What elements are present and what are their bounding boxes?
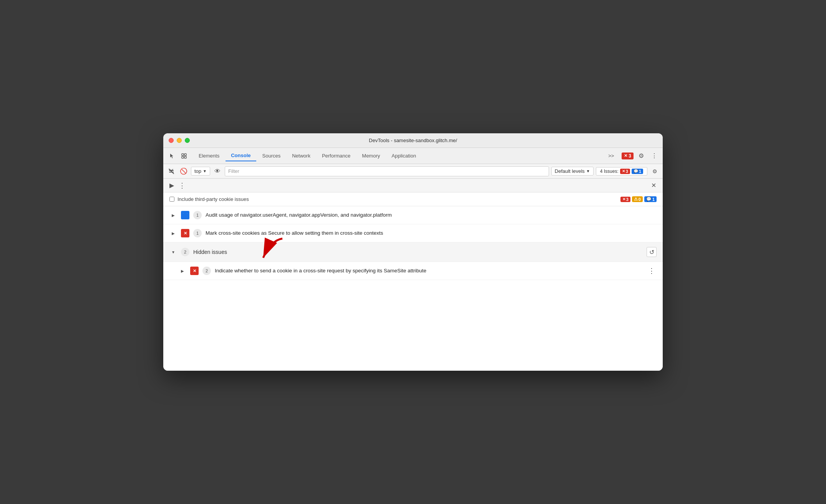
header-x-icon: ✕ [622,197,625,201]
svg-rect-7 [169,172,174,172]
error-x-icon: ✕ [624,153,627,158]
nested-issue-more-icon[interactable]: ⋮ [647,267,657,275]
tab-performance[interactable]: Performance [317,151,356,161]
levels-chevron-icon: ▼ [586,169,590,173]
third-party-checkbox[interactable] [169,197,174,202]
issue-count-2: 1 [193,229,202,237]
eye-icon[interactable]: 👁 [212,166,222,176]
traffic-lights [169,138,190,143]
issues-area: Include third-party cookie issues ✕ 3 ⚠ … [163,192,663,280]
issue-text-2: Mark cross-site cookies as Secure to all… [206,230,657,237]
tab-bar-icons [166,151,189,161]
nested-issue-count: 2 [202,267,211,275]
issues-info-icon: 💬 [634,169,638,173]
issues-x-icon: ✕ [622,169,625,173]
issues-error-badge: ✕ 3 [620,169,630,174]
nested-issue-row[interactable]: ▶ ✕ 2 Indicate whether to send a cookie … [163,262,663,280]
issue-row-2[interactable]: ▶ ✕ 1 Mark cross-site cookies as Secure … [163,224,663,242]
tab-bar: Elements Console Sources Network Perform… [163,148,663,164]
svg-rect-0 [182,154,184,156]
expand-arrow-1[interactable]: ▶ [169,211,177,219]
clear-console-button[interactable] [166,166,176,176]
third-party-checkbox-area: Include third-party cookie issues [169,196,249,202]
block-requests-button[interactable]: 🚫 [179,166,189,176]
issue-text-1: Audit usage of navigator.userAgent, navi… [206,212,657,219]
inspect-icon[interactable] [179,151,189,161]
expand-arrow-2[interactable]: ▶ [169,229,177,237]
tab-elements[interactable]: Elements [193,151,225,161]
tab-application[interactable]: Application [386,151,421,161]
console-settings-icon[interactable]: ⚙ [650,166,660,176]
hidden-issues-title: Hidden issues [193,249,227,255]
tab-right-actions: >> ✕ 3 ⚙ ⋮ [603,151,660,161]
title-bar: DevTools - samesite-sandbox.glitch.me/ [163,133,663,148]
tab-memory[interactable]: Memory [357,151,385,161]
close-panel-button[interactable]: ✕ [649,181,658,190]
svg-line-4 [169,169,174,174]
header-info-badge: 💬 1 [644,196,657,202]
console-content: ▶ ⋮ ✕ Include third-party cookie issues … [163,179,663,371]
minimize-window-button[interactable] [177,138,182,143]
more-tabs-button[interactable]: >> [603,151,619,161]
hidden-count-badge: 2 [181,248,189,256]
cursor-icon[interactable] [166,151,177,161]
header-warning-icon: ⚠ [634,197,638,202]
hidden-issues-section[interactable]: ▼ 2 Hidden issues ↺ [163,242,663,262]
expand-arrow-nested[interactable]: ▶ [179,267,186,275]
header-info-icon: 💬 [646,197,652,202]
more-options-icon[interactable]: ⋮ [649,151,660,161]
console-more-icon[interactable]: ⋮ [179,182,186,189]
issue-icon-1 [181,211,189,219]
console-play-button[interactable]: ▶ [168,181,176,190]
issues-header-row: Include third-party cookie issues ✕ 3 ⚠ … [163,192,663,206]
tab-console[interactable]: Console [226,150,256,161]
levels-selector[interactable]: Default levels ▼ [551,167,594,176]
devtools-window: DevTools - samesite-sandbox.glitch.me/ E… [163,133,663,371]
issue-count-1: 1 [193,211,202,219]
error-count-badge: ✕ 3 [622,153,634,159]
filter-input[interactable] [225,166,549,176]
header-error-badge: ✕ 3 [620,197,630,202]
context-selector[interactable]: top ▼ [191,167,210,176]
window-title: DevTools - samesite-sandbox.glitch.me/ [369,138,457,143]
toolbar: 🚫 top ▼ 👁 Default levels ▼ 4 Issues: ✕ 3… [163,164,663,179]
svg-rect-3 [184,156,186,158]
chevron-down-icon: ▼ [203,169,207,173]
svg-rect-1 [184,154,186,156]
maximize-window-button[interactable] [185,138,190,143]
issue-row-1[interactable]: ▶ 1 Audit usage of navigator.userAgent, … [163,206,663,224]
tab-sources[interactable]: Sources [257,151,286,161]
header-badges: ✕ 3 ⚠ 0 💬 1 [620,196,657,202]
nested-issue-text: Indicate whether to send a cookie in a c… [215,267,643,275]
console-top-bar: ▶ ⋮ ✕ [163,179,663,192]
issues-badge[interactable]: 4 Issues: ✕ 3 💬 1 [596,167,647,176]
issue-icon-2: ✕ [181,229,189,237]
reload-button[interactable]: ↺ [647,247,657,257]
third-party-label: Include third-party cookie issues [177,196,249,202]
header-warning-badge: ⚠ 0 [632,196,643,202]
nested-issue-icon: ✕ [190,267,199,275]
close-window-button[interactable] [169,138,174,143]
tab-network[interactable]: Network [287,151,316,161]
svg-rect-2 [182,156,184,158]
issues-info-badge: 💬 1 [632,169,643,174]
collapse-arrow-hidden[interactable]: ▼ [169,248,177,256]
settings-icon[interactable]: ⚙ [636,151,647,161]
